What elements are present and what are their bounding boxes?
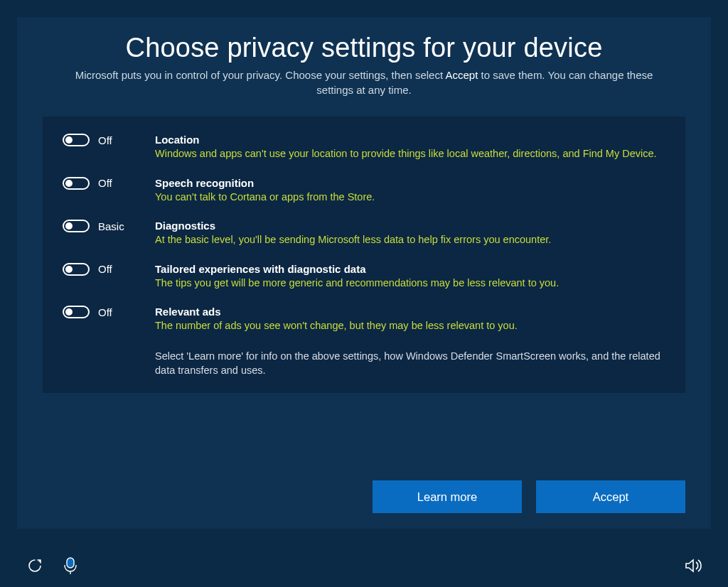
setting-row-location: Off Location Windows and apps can't use … (63, 134, 665, 161)
setting-description: At the basic level, you'll be sending Mi… (155, 233, 665, 247)
toggle-group: Off (63, 263, 155, 276)
setting-row-ads: Off Relevant ads The number of ads you s… (63, 306, 665, 333)
setting-title: Tailored experiences with diagnostic dat… (155, 263, 665, 275)
button-bar: Learn more Accept (373, 480, 685, 513)
setting-content: Relevant ads The number of ads you see w… (155, 306, 665, 333)
subtitle-pre: Microsoft puts you in control of your pr… (75, 69, 446, 81)
setting-title: Relevant ads (155, 306, 665, 318)
setting-title: Speech recognition (155, 177, 665, 189)
page-subtitle: Microsoft puts you in control of your pr… (60, 68, 668, 97)
toggle-knob (65, 266, 73, 273)
setting-content: Location Windows and apps can't use your… (155, 134, 665, 161)
ads-toggle[interactable] (63, 306, 90, 318)
setting-description: The number of ads you see won't change, … (155, 319, 665, 333)
footer-note: Select 'Learn more' for info on the abov… (155, 349, 665, 378)
setting-content: Tailored experiences with diagnostic dat… (155, 263, 665, 291)
toggle-state-label: Basic (98, 220, 124, 232)
setting-description: You can't talk to Cortana or apps from t… (155, 190, 665, 205)
subtitle-accept-word: Accept (445, 69, 478, 81)
setting-description: The tips you get will be more generic an… (155, 276, 665, 291)
toggle-state-label: Off (98, 177, 112, 189)
setting-row-diagnostics: Basic Diagnostics At the basic level, yo… (63, 220, 665, 247)
learn-more-button[interactable]: Learn more (373, 480, 522, 513)
settings-panel: Off Location Windows and apps can't use … (43, 117, 685, 393)
setting-row-tailored: Off Tailored experiences with diagnostic… (63, 263, 665, 291)
ease-of-access-icon[interactable] (26, 556, 44, 575)
speech-toggle[interactable] (63, 177, 90, 190)
toggle-knob (65, 308, 73, 316)
toggle-knob (65, 180, 73, 187)
accept-button[interactable]: Accept (536, 480, 685, 513)
location-toggle[interactable] (63, 134, 90, 146)
toggle-knob (65, 136, 73, 144)
toggle-group: Basic (63, 220, 155, 232)
page-title: Choose privacy settings for your device (60, 33, 668, 63)
setting-title: Location (155, 134, 665, 146)
setting-title: Diagnostics (155, 220, 665, 232)
diagnostics-toggle[interactable] (63, 220, 90, 232)
toggle-state-label: Off (98, 263, 112, 275)
toggle-group: Off (63, 134, 155, 146)
toggle-state-label: Off (98, 134, 112, 146)
toggle-knob (65, 222, 73, 230)
toggle-group: Off (63, 177, 155, 190)
svg-rect-1 (67, 558, 74, 568)
volume-icon[interactable] (684, 556, 702, 575)
setting-content: Diagnostics At the basic level, you'll b… (155, 220, 665, 247)
tailored-toggle[interactable] (63, 263, 90, 276)
privacy-settings-screen: Choose privacy settings for your device … (17, 17, 711, 529)
header: Choose privacy settings for your device … (17, 17, 711, 97)
taskbar (0, 544, 728, 587)
setting-content: Speech recognition You can't talk to Cor… (155, 177, 665, 205)
setting-row-speech: Off Speech recognition You can't talk to… (63, 177, 665, 205)
setting-description: Windows and apps can't use your location… (155, 147, 665, 161)
toggle-group: Off (63, 306, 155, 318)
cortana-icon[interactable] (61, 556, 80, 575)
toggle-state-label: Off (98, 306, 112, 318)
